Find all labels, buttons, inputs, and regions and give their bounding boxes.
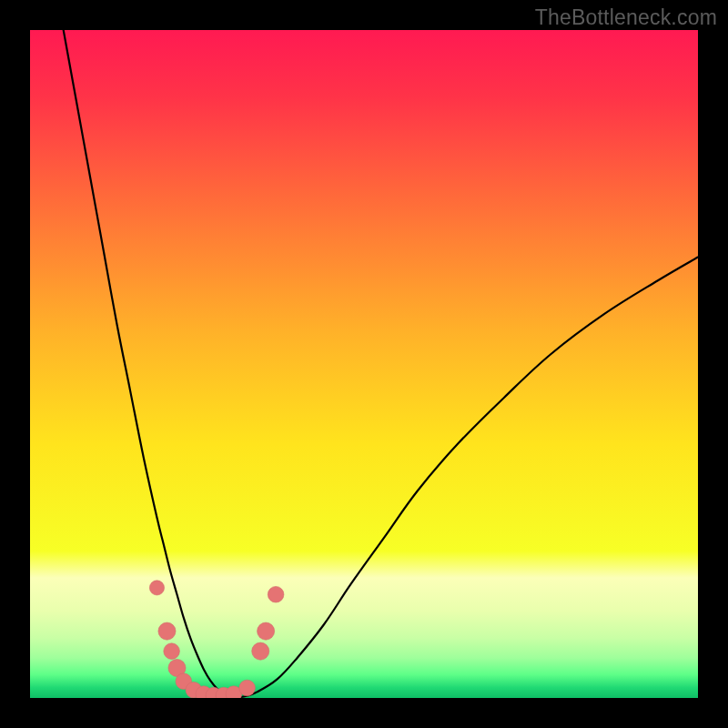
curve-markers [149,581,284,698]
curve-marker [164,643,180,660]
curve-marker [258,622,275,640]
chart-frame: TheBottleneck.com [0,0,728,728]
curve-marker [158,622,176,640]
curve-marker [252,642,269,660]
curve-marker [268,586,284,602]
watermark-text: TheBottleneck.com [535,5,717,30]
plot-area [30,30,698,698]
curve-layer [30,30,698,698]
curve-marker [149,581,164,595]
curve-marker [239,680,256,696]
bottleneck-curve [64,30,698,697]
